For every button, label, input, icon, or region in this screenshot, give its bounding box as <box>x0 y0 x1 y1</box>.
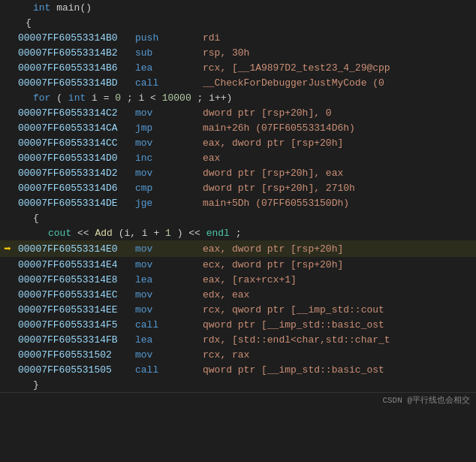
line-asm-6: 00007FF60553314CA jmp main+26h (07FF6055… <box>0 120 476 135</box>
mnem-3: lea <box>135 62 203 74</box>
for-var: i = <box>92 92 115 104</box>
addr-10: 00007FF60553314D6 <box>15 183 135 194</box>
ops-16: qword ptr [__imp_std::basic_ost <box>203 319 476 331</box>
addr-6: 00007FF60553314CA <box>15 122 135 134</box>
line-asm-11: 00007FF60553314DE jge main+5Dh (07FF6055… <box>0 195 476 210</box>
keyword-int: int <box>33 2 50 14</box>
for-semi2: ; i++) <box>197 92 233 104</box>
for-num10000: 10000 <box>162 92 191 104</box>
mnem-7: mov <box>135 137 203 149</box>
ops-9: dword ptr [rsp+20h], eax <box>203 168 476 179</box>
ops-13: eax, [rax+rcx+1] <box>203 274 476 285</box>
addr-19: 00007FF605531505 <box>15 364 135 376</box>
for-paren-open: ( <box>56 92 62 104</box>
addr-12: 00007FF60553314E4 <box>15 259 135 270</box>
keyword-for: for <box>33 92 50 104</box>
line-asm-9: 00007FF60553314D2 mov dword ptr [rsp+20h… <box>0 165 476 180</box>
mnem-5: mov <box>135 107 203 119</box>
line-asm-12: 00007FF60553314E4 mov ecx, dword ptr [rs… <box>0 257 476 272</box>
mnem-11: jge <box>135 198 203 209</box>
ops-19: qword ptr [__imp_std::basic_ost <box>203 364 476 376</box>
mnem-15: mov <box>135 304 203 316</box>
code-container: int main() { 00007FF60553314B0 push rdi … <box>0 0 476 407</box>
mnem-12: mov <box>135 259 203 270</box>
mnem-19: call <box>135 364 203 376</box>
line-asm-8: 00007FF60553314D0 inc eax <box>0 150 476 165</box>
line-source-cout: cout << Add (i, i + 1 ) << endl ; <box>0 225 476 240</box>
ops-15: rcx, qword ptr [__imp_std::cout <box>203 304 476 316</box>
semicolon: ; <box>236 228 242 239</box>
mnem-13: lea <box>135 274 203 285</box>
for-semi1: ; i < <box>127 92 162 104</box>
ops-18: rcx, rax <box>203 349 476 361</box>
line-open-brace: { <box>0 15 476 30</box>
addr-7: 00007FF60553314CC <box>15 137 135 149</box>
add-num1: 1 <box>165 228 171 239</box>
ops-11: main+5Dh (07FF60553150Dh) <box>203 198 476 209</box>
addr-17: 00007FF60553314FB <box>15 334 135 346</box>
line-inner-brace: { <box>0 210 476 225</box>
mnem-arrow: mov <box>135 243 203 255</box>
line-source-for: for ( int i = 0 ; i < 10000 ; i++) <box>0 90 476 105</box>
add-func: Add <box>95 228 112 239</box>
keyword-int2: int <box>68 92 86 104</box>
ops-3: rcx, [__1A9897D2_test23_4_29@cpp <box>203 62 476 74</box>
brace-open: { <box>15 17 32 29</box>
line-asm-17: 00007FF60553314FB lea rdx, [std::endl<ch… <box>0 332 476 347</box>
footer-watermark: CSDN @平行线也会相交 <box>0 392 476 407</box>
mnem-6: jmp <box>135 122 203 134</box>
line-close-brace: } <box>0 377 476 392</box>
mnem-14: mov <box>135 289 203 300</box>
line-asm-10: 00007FF60553314D6 cmp dword ptr [rsp+20h… <box>0 180 476 195</box>
line-asm-2: 00007FF60553314B2 sub rsp, 30h <box>0 45 476 60</box>
main-text: main() <box>56 2 92 14</box>
ops-2: rsp, 30h <box>203 47 476 59</box>
line-asm-4: 00007FF60553314BD call __CheckForDebugge… <box>0 75 476 90</box>
line-asm-19: 00007FF605531505 call qword ptr [__imp_s… <box>0 362 476 377</box>
ops-7: eax, dword ptr [rsp+20h] <box>203 137 476 149</box>
addr-11: 00007FF60553314DE <box>15 198 135 209</box>
ops-arrow: eax, dword ptr [rsp+20h] <box>203 243 476 255</box>
ops-6: main+26h (07FF60553314D6h) <box>203 122 476 134</box>
arrow-indicator: ➡ <box>0 241 15 256</box>
addr-1: 00007FF60553314B0 <box>15 32 135 44</box>
mnem-16: call <box>135 319 203 331</box>
ops-8: eax <box>203 152 476 164</box>
addr-3: 00007FF60553314B6 <box>15 62 135 74</box>
ops-1: rdi <box>203 32 476 44</box>
addr-9: 00007FF60553314D2 <box>15 168 135 179</box>
add-close: ) << <box>177 228 206 239</box>
ops-5: dword ptr [rsp+20h], 0 <box>203 107 476 119</box>
line-asm-14: 00007FF60553314EC mov edx, eax <box>0 287 476 302</box>
ops-4: __CheckForDebuggerJustMyCode (0 <box>203 77 476 89</box>
addr-arrow: 00007FF60553314E0 <box>15 243 135 255</box>
addr-5: 00007FF60553314C2 <box>15 107 135 119</box>
inner-brace-open: { <box>15 213 39 224</box>
add-args: (i, i + <box>119 228 165 239</box>
cout-op1: << <box>77 228 95 239</box>
line-asm-arrow: ➡ 00007FF60553314E0 mov eax, dword ptr [… <box>0 240 476 257</box>
addr-18: 00007FF605531502 <box>15 349 135 361</box>
inner-brace-close: } <box>15 379 39 391</box>
line-asm-13: 00007FF60553314E8 lea eax, [rax+rcx+1] <box>0 272 476 287</box>
addr-4: 00007FF60553314BD <box>15 77 135 89</box>
addr-2: 00007FF60553314B2 <box>15 47 135 59</box>
line-asm-15: 00007FF60553314EE mov rcx, qword ptr [__… <box>0 302 476 317</box>
addr-14: 00007FF60553314EC <box>15 289 135 300</box>
mnem-17: lea <box>135 334 203 346</box>
ops-14: edx, eax <box>203 289 476 300</box>
line-asm-18: 00007FF605531502 mov rcx, rax <box>0 347 476 362</box>
mnem-4: call <box>135 77 203 89</box>
line-asm-1: 00007FF60553314B0 push rdi <box>0 30 476 45</box>
mnem-2: sub <box>135 47 203 59</box>
addr-15: 00007FF60553314EE <box>15 304 135 316</box>
line-asm-5: 00007FF60553314C2 mov dword ptr [rsp+20h… <box>0 105 476 120</box>
line-asm-3: 00007FF60553314B6 lea rcx, [__1A9897D2_t… <box>0 60 476 75</box>
for-num0: 0 <box>115 92 121 104</box>
mnem-10: cmp <box>135 183 203 194</box>
addr-8: 00007FF60553314D0 <box>15 152 135 164</box>
mnem-8: inc <box>135 152 203 164</box>
ops-17: rdx, [std::endl<char,std::char_t <box>203 334 476 346</box>
ops-10: dword ptr [rsp+20h], 2710h <box>203 183 476 194</box>
addr-16: 00007FF60553314F5 <box>15 319 135 331</box>
